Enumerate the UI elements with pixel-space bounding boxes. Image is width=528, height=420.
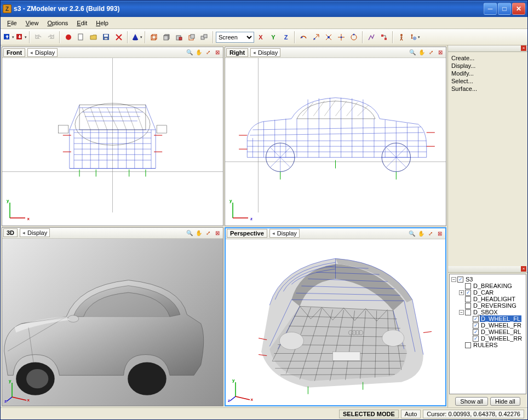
box-red-icon[interactable] bbox=[173, 31, 185, 43]
viewport-perspective-display[interactable]: ◂Display bbox=[269, 229, 300, 238]
box-pair-icon[interactable] bbox=[198, 31, 210, 43]
viewport-perspective-label[interactable]: Perspective bbox=[227, 229, 267, 238]
viewport-3d-canvas[interactable]: y z x bbox=[2, 239, 223, 406]
tree-item[interactable]: D_REVERSING bbox=[451, 302, 524, 309]
tree-item[interactable]: ✓D_WHEEL_RR bbox=[451, 335, 524, 342]
cmd-select[interactable]: Select... bbox=[450, 77, 525, 85]
tool-f-icon[interactable] bbox=[365, 31, 377, 43]
tree-item[interactable]: RULERS bbox=[451, 342, 524, 348]
checkbox[interactable]: ✓ bbox=[473, 316, 479, 322]
tree-item[interactable]: D_HEADLIGHT bbox=[451, 296, 524, 302]
expand-icon[interactable]: + bbox=[459, 290, 464, 295]
pan-icon[interactable]: ✋ bbox=[417, 229, 426, 238]
maximize-button[interactable]: □ bbox=[498, 3, 511, 15]
panel-close-icon[interactable]: × bbox=[521, 45, 526, 51]
close-button[interactable]: ✕ bbox=[512, 3, 525, 15]
viewport-right-label[interactable]: Right bbox=[226, 48, 248, 57]
fit-icon[interactable]: ⤢ bbox=[426, 229, 435, 238]
checkbox[interactable]: ✓ bbox=[473, 336, 479, 342]
tree-root[interactable]: − ✓ S3 bbox=[451, 276, 524, 283]
open-button[interactable] bbox=[88, 31, 100, 43]
tree-item[interactable]: −D_SBOX bbox=[451, 309, 524, 315]
expand-icon[interactable]: − bbox=[459, 310, 464, 315]
cmd-display[interactable]: Display... bbox=[450, 62, 525, 70]
export-button[interactable]: ▾ bbox=[15, 31, 27, 43]
tool-e-icon[interactable] bbox=[348, 31, 360, 43]
fit-icon[interactable]: ⤢ bbox=[427, 48, 435, 57]
new-button[interactable] bbox=[75, 31, 87, 43]
checkbox[interactable] bbox=[465, 342, 471, 348]
viewport-perspective-canvas[interactable]: y z x bbox=[226, 239, 445, 406]
minimize-button[interactable]: ─ bbox=[484, 3, 497, 15]
figure-gear-icon[interactable]: ▾ bbox=[408, 31, 420, 43]
zoom-icon[interactable]: 🔍 bbox=[185, 48, 194, 57]
tool-c-icon[interactable] bbox=[323, 31, 335, 43]
axis-z-button[interactable]: Z bbox=[280, 31, 292, 43]
viewport-3d-label[interactable]: 3D bbox=[3, 228, 18, 237]
tool-g-icon[interactable] bbox=[378, 31, 390, 43]
checkbox[interactable] bbox=[465, 309, 471, 315]
menu-file[interactable]: File bbox=[3, 19, 21, 27]
cmd-create[interactable]: Create... bbox=[450, 54, 525, 62]
pan-icon[interactable]: ✋ bbox=[194, 228, 203, 237]
coord-select[interactable]: Screen bbox=[216, 32, 254, 43]
cmd-surface[interactable]: Surface... bbox=[450, 85, 525, 93]
close-vp-icon[interactable]: ⊠ bbox=[213, 48, 222, 57]
viewport-right-canvas[interactable]: y z bbox=[225, 58, 446, 226]
box-icon[interactable] bbox=[160, 31, 173, 43]
axis-y-button[interactable]: Y bbox=[267, 31, 279, 43]
delete-button[interactable] bbox=[113, 31, 125, 43]
status-auto: Auto bbox=[401, 410, 421, 418]
undo-button[interactable] bbox=[32, 31, 44, 43]
checkbox[interactable]: ✓ bbox=[473, 329, 479, 335]
viewport-right-display[interactable]: ◂Display bbox=[250, 48, 280, 57]
pan-icon[interactable]: ✋ bbox=[417, 48, 426, 57]
scene-tree[interactable]: − ✓ S3 D_BREAKING+✓D_CARD_HEADLIGHTD_REV… bbox=[449, 274, 526, 394]
cone-icon[interactable]: ▾ bbox=[130, 31, 142, 43]
tree-item[interactable]: D_BREAKING bbox=[451, 283, 524, 289]
checkbox[interactable]: ✓ bbox=[473, 323, 479, 329]
cmd-modify[interactable]: Modify... bbox=[450, 70, 525, 77]
panel-close-icon[interactable]: × bbox=[521, 266, 526, 272]
tree-item[interactable]: ✓D_WHEEL_RL bbox=[451, 329, 524, 335]
axis-x-button[interactable]: X bbox=[255, 31, 267, 43]
record-button[interactable] bbox=[62, 31, 74, 43]
wire-overlay-icon[interactable] bbox=[186, 31, 198, 43]
menu-view[interactable]: View bbox=[21, 19, 43, 27]
tool-a-icon[interactable] bbox=[297, 31, 309, 43]
checkbox[interactable]: ✓ bbox=[465, 290, 471, 296]
tree-item[interactable]: +✓D_CAR bbox=[451, 289, 524, 296]
close-vp-icon[interactable]: ⊠ bbox=[435, 229, 444, 238]
viewport-front-canvas[interactable]: y x bbox=[2, 58, 223, 226]
tree-item[interactable]: ✓D_WHEEL_FR bbox=[451, 322, 524, 329]
viewport-front-display[interactable]: ◂Display bbox=[27, 48, 58, 57]
viewport-3d-display[interactable]: ◂Display bbox=[20, 228, 50, 237]
fit-icon[interactable]: ⤢ bbox=[204, 48, 213, 57]
tree-item[interactable]: ✓D_WHEEL_FL bbox=[451, 315, 524, 322]
checkbox[interactable]: ✓ bbox=[457, 277, 463, 283]
zoom-icon[interactable]: 🔍 bbox=[185, 228, 194, 237]
zoom-icon[interactable]: 🔍 bbox=[408, 48, 417, 57]
import-button[interactable]: ▾ bbox=[2, 31, 14, 43]
fit-icon[interactable]: ⤢ bbox=[204, 228, 213, 237]
checkbox[interactable] bbox=[465, 296, 471, 302]
viewport-front-label[interactable]: Front bbox=[3, 48, 25, 57]
menu-edit[interactable]: Edit bbox=[72, 19, 91, 27]
checkbox[interactable] bbox=[465, 283, 471, 289]
checkbox[interactable] bbox=[465, 303, 471, 309]
pan-icon[interactable]: ✋ bbox=[194, 48, 203, 57]
close-vp-icon[interactable]: ⊠ bbox=[213, 228, 222, 237]
menu-help[interactable]: Help bbox=[91, 19, 113, 27]
show-all-button[interactable]: Show all bbox=[455, 397, 488, 406]
menu-options[interactable]: Options bbox=[43, 19, 72, 27]
figure-icon[interactable] bbox=[395, 31, 408, 43]
collapse-icon[interactable]: − bbox=[451, 277, 456, 282]
redo-button[interactable] bbox=[45, 31, 57, 43]
zoom-icon[interactable]: 🔍 bbox=[408, 229, 416, 238]
tool-b-icon[interactable] bbox=[310, 31, 322, 43]
tool-d-icon[interactable] bbox=[335, 31, 347, 43]
close-vp-icon[interactable]: ⊠ bbox=[436, 48, 445, 57]
hide-all-button[interactable]: Hide all bbox=[490, 397, 520, 406]
save-button[interactable] bbox=[100, 31, 112, 43]
wire-box-icon[interactable] bbox=[148, 31, 160, 43]
